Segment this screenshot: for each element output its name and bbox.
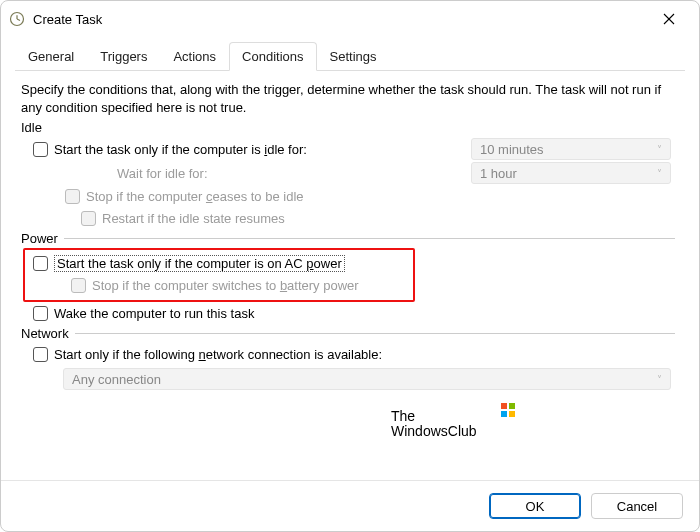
checkbox-start-if-network[interactable] <box>33 347 48 362</box>
chevron-down-icon: ˅ <box>657 168 662 179</box>
svg-rect-8 <box>509 411 515 417</box>
label-wake-to-run: Wake the computer to run this task <box>54 306 254 321</box>
watermark-line2: WindowsClub <box>391 424 477 439</box>
window-title: Create Task <box>33 12 102 27</box>
section-network-title: Network <box>21 326 69 341</box>
row-wait-for-idle: Wait for idle for: 1 hour ˅ <box>21 161 675 185</box>
section-power-header: Power <box>21 231 675 246</box>
row-network-combo: Any connection ˅ <box>21 367 675 391</box>
checkbox-restart-if-resumes <box>81 211 96 226</box>
conditions-panel: Specify the conditions that, along with … <box>15 71 685 395</box>
svg-rect-5 <box>501 403 507 409</box>
content-area: General Triggers Actions Conditions Sett… <box>1 37 699 480</box>
ok-button[interactable]: OK <box>489 493 581 519</box>
label-stop-on-battery: Stop if the computer switches to battery… <box>92 278 359 293</box>
checkbox-wake-to-run[interactable] <box>33 306 48 321</box>
chevron-down-icon: ˅ <box>657 374 662 385</box>
combo-wait-for-idle-value: 1 hour <box>480 166 517 181</box>
label-wait-for-idle: Wait for idle for: <box>117 166 208 181</box>
windows-logo-icon <box>501 403 515 417</box>
checkbox-stop-if-ceases <box>65 189 80 204</box>
tab-actions[interactable]: Actions <box>160 42 229 71</box>
tab-settings[interactable]: Settings <box>317 42 390 71</box>
checkbox-start-only-idle[interactable] <box>33 142 48 157</box>
combo-idle-duration[interactable]: 10 minutes ˅ <box>471 138 671 160</box>
tab-conditions[interactable]: Conditions <box>229 42 316 71</box>
section-power-title: Power <box>21 231 58 246</box>
section-idle-header: Idle <box>21 120 675 135</box>
watermark-line1: The <box>391 409 477 424</box>
row-start-if-network: Start only if the following network conn… <box>21 343 675 365</box>
label-stop-if-ceases: Stop if the computer ceases to be idle <box>86 189 304 204</box>
divider <box>64 238 675 239</box>
tab-triggers[interactable]: Triggers <box>87 42 160 71</box>
tabs: General Triggers Actions Conditions Sett… <box>15 41 685 71</box>
row-stop-on-battery: Stop if the computer switches to battery… <box>27 274 411 296</box>
svg-rect-7 <box>501 411 507 417</box>
checkbox-stop-on-battery <box>71 278 86 293</box>
footer: OK Cancel <box>1 480 699 531</box>
combo-idle-duration-value: 10 minutes <box>480 142 544 157</box>
row-start-on-ac: Start the task only if the computer is o… <box>27 252 411 274</box>
combo-network-connection[interactable]: Any connection ˅ <box>63 368 671 390</box>
label-restart-if-resumes: Restart if the idle state resumes <box>102 211 285 226</box>
tab-general[interactable]: General <box>15 42 87 71</box>
watermark: The WindowsClub <box>391 409 477 440</box>
label-start-on-ac: Start the task only if the computer is o… <box>54 255 345 272</box>
section-network-header: Network <box>21 326 675 341</box>
section-idle-title: Idle <box>21 120 42 135</box>
svg-line-2 <box>17 19 20 21</box>
titlebar: Create Task <box>1 1 699 37</box>
create-task-window: Create Task General Triggers Actions Con… <box>0 0 700 532</box>
label-start-only-idle: Start the task only if the computer is i… <box>54 142 307 157</box>
svg-rect-6 <box>509 403 515 409</box>
highlight-box: Start the task only if the computer is o… <box>23 248 415 302</box>
close-button[interactable] <box>647 1 691 37</box>
divider <box>75 333 675 334</box>
checkbox-start-on-ac[interactable] <box>33 256 48 271</box>
cancel-button[interactable]: Cancel <box>591 493 683 519</box>
clock-icon <box>9 11 25 27</box>
row-start-only-idle: Start the task only if the computer is i… <box>21 137 675 161</box>
row-restart-if-resumes: Restart if the idle state resumes <box>21 207 675 229</box>
row-stop-if-ceases: Stop if the computer ceases to be idle <box>21 185 675 207</box>
row-wake-to-run: Wake the computer to run this task <box>21 302 675 324</box>
intro-text: Specify the conditions that, along with … <box>21 81 675 116</box>
combo-network-value: Any connection <box>72 372 161 387</box>
label-start-if-network: Start only if the following network conn… <box>54 347 382 362</box>
combo-wait-for-idle[interactable]: 1 hour ˅ <box>471 162 671 184</box>
chevron-down-icon: ˅ <box>657 144 662 155</box>
